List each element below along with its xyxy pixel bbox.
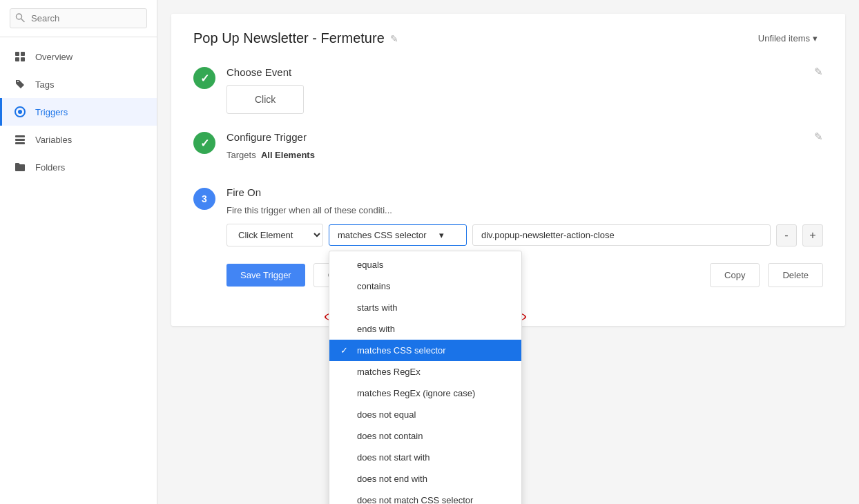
sidebar: Overview Tags Triggers [0, 0, 157, 504]
variables-icon [13, 133, 27, 146]
dropdown-item-label: starts with [357, 302, 398, 313]
tags-icon [13, 77, 27, 91]
checkmark-icon: ✓ [340, 345, 351, 356]
step2-content: Configure Trigger ✎ Targets All Elements [226, 130, 823, 170]
step2-circle: ✓ [193, 132, 215, 154]
condition-row: Click Element matches CSS selector ▾ equ… [226, 224, 823, 246]
condition-element-select[interactable]: Click Element [226, 224, 323, 246]
step3-circle: 3 [193, 188, 215, 210]
dropdown-item-label: does not contain [357, 431, 423, 441]
dropdown-item[interactable]: does not end with [329, 468, 521, 490]
dropdown-item-label: matches CSS selector [357, 345, 446, 356]
overview-icon [13, 50, 27, 64]
condition-operator-button[interactable]: matches CSS selector ▾ [329, 224, 467, 246]
dropdown-item[interactable]: does not start with [329, 447, 521, 468]
operator-dropdown: equalscontainsstarts withends with✓match… [329, 251, 522, 504]
step2-title-text: Configure Trigger [226, 131, 307, 143]
sidebar-item-tags[interactable]: Tags [0, 70, 157, 98]
dropdown-item-label: matches RegEx (ignore case) [357, 388, 475, 398]
dropdown-item-label: does not match CSS selector [357, 495, 473, 504]
sidebar-item-label: Folders [35, 162, 65, 173]
unfiled-button[interactable]: Unfiled items ▾ [753, 30, 823, 46]
svg-rect-2 [15, 52, 19, 56]
sidebar-item-label: Tags [35, 79, 54, 90]
remove-condition-button[interactable]: - [776, 224, 797, 246]
step1-edit-icon[interactable]: ✎ [814, 66, 823, 78]
dropdown-item-label: matches RegEx [357, 367, 421, 377]
svg-rect-5 [21, 57, 25, 61]
search-icon [15, 12, 25, 24]
sidebar-item-label: Triggers [35, 107, 68, 117]
save-trigger-button[interactable]: Save Trigger [226, 264, 305, 287]
dropdown-item[interactable]: matches RegEx (ignore case) [329, 382, 521, 404]
dropdown-item[interactable]: does not match CSS selector [329, 490, 521, 504]
svg-rect-8 [15, 135, 25, 137]
svg-rect-9 [15, 139, 25, 141]
add-condition-button[interactable]: + [802, 224, 823, 246]
dropdown-item[interactable]: matches RegEx [329, 361, 521, 382]
copy-button[interactable]: Copy [710, 263, 760, 287]
step-fire-on: 3 Fire On Fire this trigger when all of … [193, 186, 823, 287]
step3-title-text: Fire On [226, 186, 261, 198]
main-content: Pop Up Newsletter - Fermeture ✎ Unfiled … [157, 0, 859, 504]
dropdown-item-label: equals [357, 260, 383, 270]
title-edit-icon[interactable]: ✎ [390, 33, 398, 44]
operator-label: matches CSS selector [338, 230, 427, 240]
page-title: Pop Up Newsletter - Fermeture ✎ [193, 30, 398, 46]
step1-content: Choose Event ✎ Click [226, 66, 823, 114]
checkmark-icon: ✓ [200, 137, 209, 150]
step1-circle: ✓ [193, 67, 215, 89]
title-text: Pop Up Newsletter - Fermeture [193, 30, 385, 46]
step2-edit-icon[interactable]: ✎ [814, 130, 823, 143]
dropdown-item-label: contains [357, 281, 390, 291]
step3-content: Fire On Fire this trigger when all of th… [226, 186, 823, 287]
minus-label: - [784, 229, 788, 242]
sidebar-item-folders[interactable]: Folders [0, 153, 157, 181]
svg-rect-10 [15, 142, 25, 144]
delete-button[interactable]: Delete [768, 263, 823, 287]
dropdown-item[interactable]: contains [329, 275, 521, 297]
sidebar-nav: Overview Tags Triggers [0, 37, 157, 504]
svg-rect-3 [21, 52, 25, 56]
step3-title: Fire On [226, 186, 823, 198]
folders-icon [13, 160, 27, 174]
dropdown-item-label: ends with [357, 324, 395, 334]
step1-title-text: Choose Event [226, 66, 291, 78]
fire-on-desc-text: Fire this trigger when all of these cond… [226, 205, 385, 215]
dropdown-item[interactable]: ends with [329, 318, 521, 340]
svg-line-1 [21, 19, 25, 22]
step2-title: Configure Trigger ✎ [226, 130, 823, 143]
dropdown-item[interactable]: equals [329, 254, 521, 275]
save-label: Save Trigger [240, 270, 291, 280]
dropdown-item[interactable]: starts with [329, 297, 521, 318]
step-configure-trigger: ✓ Configure Trigger ✎ Targets All Elemen… [193, 130, 823, 170]
targets-line: Targets All Elements [226, 150, 823, 160]
page-header: Pop Up Newsletter - Fermeture ✎ Unfiled … [193, 30, 823, 46]
targets-prefix: Targets [226, 150, 256, 160]
dropdown-item[interactable]: does not contain [329, 425, 521, 447]
delete-label: Delete [782, 270, 809, 280]
dropdown-item-label: does not equal [357, 409, 416, 420]
triggers-icon [13, 105, 27, 119]
sidebar-item-triggers[interactable]: Triggers [0, 98, 157, 126]
click-event-button[interactable]: Click [226, 85, 304, 114]
click-event-label: Click [255, 94, 276, 105]
sidebar-item-label: Overview [35, 52, 73, 62]
sidebar-item-overview[interactable]: Overview [0, 43, 157, 70]
main-panel: Pop Up Newsletter - Fermeture ✎ Unfiled … [171, 14, 845, 326]
unfiled-label: Unfiled items [758, 33, 810, 43]
targets-value: All Elements [261, 150, 315, 160]
condition-operator-wrapper: matches CSS selector ▾ equalscontainssta… [329, 224, 467, 246]
dropdown-item-label: does not start with [357, 452, 430, 463]
sidebar-item-label: Variables [35, 135, 72, 145]
dropdown-item-label: does not end with [357, 474, 427, 484]
fire-on-description: Fire this trigger when all of these cond… [226, 205, 823, 215]
step3-number: 3 [202, 193, 207, 204]
condition-value-input[interactable] [472, 224, 771, 246]
search-input[interactable] [10, 8, 147, 28]
dropdown-item[interactable]: does not equal [329, 404, 521, 425]
sidebar-item-variables[interactable]: Variables [0, 126, 157, 153]
chevron-down-icon: ▾ [439, 230, 444, 240]
copy-label: Copy [724, 270, 745, 280]
dropdown-item[interactable]: ✓matches CSS selector [329, 340, 521, 361]
